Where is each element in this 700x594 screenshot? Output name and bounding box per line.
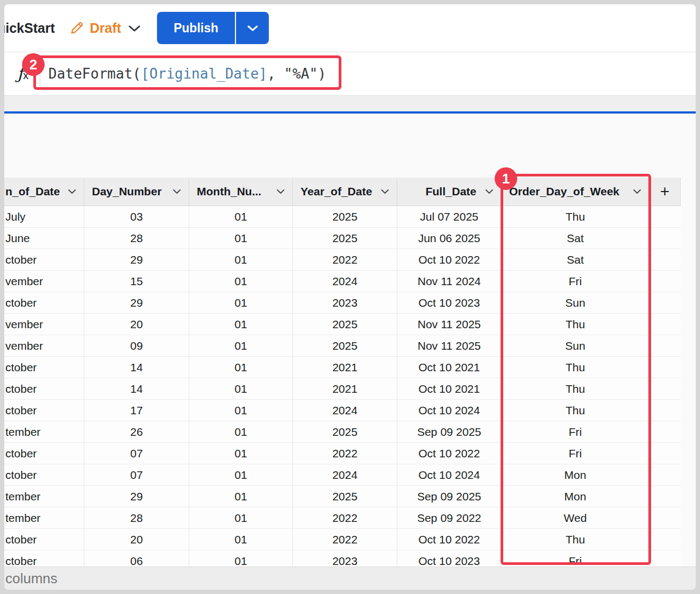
publish-button[interactable]: Publish [157, 12, 235, 44]
table-cell: 26 [84, 421, 189, 442]
table-row: tember28012022Sep 09 2022Wed [4, 507, 681, 529]
table-cell: 01 [189, 357, 293, 378]
table-cell: Oct 10 2021 [397, 357, 502, 378]
column-header-month-nu[interactable]: Month_Nu... [189, 178, 293, 206]
table-cell: 20 [84, 529, 189, 550]
chevron-down-icon[interactable] [485, 189, 494, 194]
table-row: tember26012025Sep 09 2025Fri [4, 421, 681, 443]
table-cell: 2022 [293, 249, 397, 270]
table-cell: Sun [502, 335, 649, 356]
table-cell: Mon [502, 464, 649, 485]
table-cell: 2022 [293, 529, 397, 550]
table-row: ctober06012023Oct 10 2023Fri [4, 550, 681, 567]
table-cell: Jun 06 2025 [397, 228, 502, 249]
table-row: ctober07012022Oct 10 2022Fri [4, 443, 681, 464]
table-cell: 29 [84, 249, 189, 270]
table-cell: vember [4, 335, 84, 356]
table-cell: 28 [84, 507, 189, 528]
column-header-full-date[interactable]: Full_Date [397, 178, 502, 206]
table-cell: Sat [502, 228, 649, 249]
plus-icon: + [660, 182, 670, 201]
table-row: ctober29012023Oct 10 2023Sun [4, 292, 681, 314]
table-cell: tember [4, 486, 84, 507]
table-cell: Sat [502, 249, 649, 270]
column-header-label: Month_Nu... [197, 185, 261, 198]
column-header-day-number[interactable]: Day_Number [84, 178, 189, 206]
table-row: vember20012025Nov 11 2025Thu [4, 314, 681, 335]
table-row: ctober14012021Oct 10 2021Thu [4, 357, 681, 378]
chevron-down-icon[interactable] [633, 189, 641, 194]
app-window: uickStart Draft Publish ƒx DateFormat([O… [4, 4, 696, 590]
table-cell: 14 [84, 378, 189, 399]
table-cell: 01 [189, 249, 293, 270]
top-bar: uickStart Draft Publish [4, 4, 696, 52]
table-cell: 2025 [293, 228, 397, 249]
status-badge[interactable]: Draft [90, 4, 121, 52]
table-cell: 2025 [293, 421, 397, 442]
table-cell: 2022 [293, 507, 397, 528]
table-cell: 15 [84, 271, 189, 292]
table-row: vember09012025Nov 11 2025Sun [4, 335, 681, 357]
table-cell: ctober [4, 292, 84, 313]
table-row: July03012025Jul 07 2025Thu [4, 206, 681, 228]
table-cell: 20 [84, 314, 189, 335]
table-cell: Nov 11 2024 [397, 271, 502, 292]
formula-args-text: , "%A") [267, 66, 326, 82]
table-cell: 01 [189, 335, 293, 356]
table-cell: 29 [84, 292, 189, 313]
table-cell: 01 [189, 529, 293, 550]
table-cell: July [4, 206, 84, 227]
table-cell: Mon [502, 486, 649, 507]
table-cell: 01 [189, 464, 293, 485]
table-cell: vember [4, 271, 84, 292]
table-row: ctober17012024Oct 10 2024Thu [4, 400, 681, 421]
status-chevron-down-icon[interactable] [128, 25, 141, 32]
status-bar: columns [4, 567, 696, 590]
chevron-down-icon[interactable] [381, 189, 389, 194]
table-row: tember29012025Sep 09 2025Mon [4, 486, 681, 507]
column-header-n-of-date[interactable]: n_of_Date [4, 178, 84, 206]
table-cell: ctober [4, 357, 84, 378]
table-row: ctober14012021Oct 10 2021Thu [4, 378, 681, 400]
table-cell: 2024 [293, 271, 397, 292]
toolbar-band [4, 96, 696, 111]
table-cell: Jul 07 2025 [397, 206, 502, 227]
table-cell: Fri [502, 550, 649, 567]
column-header-label: Year_of_Date [301, 185, 372, 198]
table-cell: Oct 10 2022 [397, 249, 502, 270]
table-cell: June [4, 228, 84, 249]
table-cell: 01 [189, 507, 293, 528]
formula-input[interactable]: DateFormat([Original_Date], "%A") [48, 52, 326, 95]
table-cell: Thu [502, 400, 649, 421]
table-cell: 2025 [293, 486, 397, 507]
chevron-down-icon[interactable] [276, 189, 285, 194]
chevron-down-icon [247, 25, 259, 32]
column-header-year-of-date[interactable]: Year_of_Date [293, 178, 397, 206]
table-cell: Oct 10 2022 [397, 443, 502, 464]
table-cell: vember [4, 314, 84, 335]
formula-bar: ƒx DateFormat([Original_Date], "%A") [4, 52, 696, 96]
table-cell: Fri [502, 443, 649, 464]
add-column-button[interactable]: + [649, 178, 681, 206]
chevron-down-icon[interactable] [173, 189, 181, 194]
table-row: ctober29012022Oct 10 2022Sat [4, 249, 681, 271]
table-cell: Fri [502, 421, 649, 442]
formula-input-left-edge [40, 58, 40, 89]
table-row: ctober07012024Oct 10 2024Mon [4, 464, 681, 486]
table-cell: ctober [4, 464, 84, 485]
table-cell: 01 [189, 314, 293, 335]
table-cell: 03 [84, 206, 189, 227]
publish-dropdown-button[interactable] [236, 12, 269, 44]
table-cell: 28 [84, 228, 189, 249]
columns-count-label: columns [5, 567, 58, 590]
chevron-down-icon[interactable] [68, 189, 76, 194]
table-cell: ctober [4, 249, 84, 270]
column-header-order-day-of-week[interactable]: Order_Day_of_Week [502, 178, 649, 206]
table-cell: 01 [189, 292, 293, 313]
table-cell: Oct 10 2021 [397, 378, 502, 399]
table-cell: 01 [189, 421, 293, 442]
table-cell: 14 [84, 357, 189, 378]
data-grid: n_of_DateDay_NumberMonth_Nu...Year_of_Da… [4, 178, 681, 567]
table-cell: 17 [84, 400, 189, 421]
table-cell: ctober [4, 529, 84, 550]
